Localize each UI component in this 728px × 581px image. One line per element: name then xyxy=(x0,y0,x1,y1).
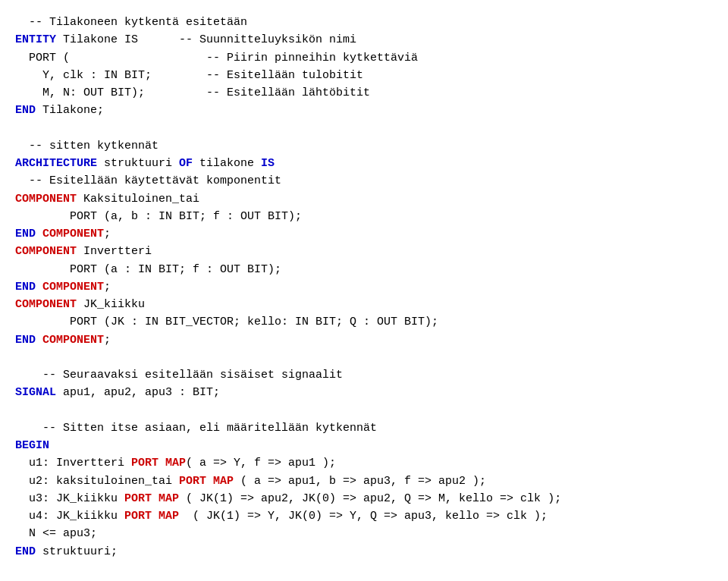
code-token: PORT MAP xyxy=(131,457,186,470)
code-token: OF xyxy=(179,157,193,170)
code-line xyxy=(15,120,713,137)
code-token: struktuuri; xyxy=(36,545,118,558)
code-token: COMPONENT xyxy=(15,193,77,206)
code-token: u1: Invertteri xyxy=(15,457,131,470)
code-token: tilakone xyxy=(193,157,261,170)
code-token: Tilakone; xyxy=(36,104,104,117)
code-token: -- Esitellään tulobitit xyxy=(152,69,363,82)
code-token: -- sitten kytkennät xyxy=(15,140,158,152)
code-line: u2: kaksituloinen_tai PORT MAP ( a => ap… xyxy=(15,473,713,490)
code-line: -- Sitten itse asiaan, eli määritellään … xyxy=(15,419,713,437)
code-container: -- Tilakoneen kytkentä esitetäänENTITY T… xyxy=(15,14,713,561)
code-line xyxy=(15,402,713,419)
code-token: -- Piirin pinneihin kytkettäviä xyxy=(70,52,418,64)
code-line: END struktuuri; xyxy=(15,543,713,561)
code-token: ; xyxy=(104,334,111,347)
code-token: END xyxy=(15,281,36,294)
code-token: END xyxy=(15,545,36,558)
code-token: PORT (a, b : IN BIT; f : OUT BIT); xyxy=(15,210,302,223)
code-token: PORT MAP xyxy=(179,475,234,488)
code-line: -- Esitellään käytettävät komponentit xyxy=(15,172,713,190)
code-line: COMPONENT JK_kiikku xyxy=(15,296,713,313)
code-line: END COMPONENT; xyxy=(15,225,713,243)
code-token: M, N: OUT BIT); xyxy=(15,86,145,99)
code-line: ENTITY Tilakone IS -- Suunnitteluyksikön… xyxy=(15,31,713,49)
code-token: -- Tilakoneen kytkentä esitetään xyxy=(15,16,247,29)
code-token: PORT (a : IN BIT; f : OUT BIT); xyxy=(15,263,281,276)
code-token: Tilakone IS xyxy=(56,33,138,46)
code-token: IS xyxy=(261,157,275,170)
code-token: ( JK(1) => apu2, JK(0) => apu2, Q => M, … xyxy=(179,492,561,505)
code-token: END xyxy=(15,334,36,347)
code-token: COMPONENT xyxy=(42,334,104,347)
code-line: PORT (a, b : IN BIT; f : OUT BIT); xyxy=(15,208,713,225)
code-token xyxy=(36,281,42,294)
code-token: u2: kaksituloinen_tai xyxy=(15,475,179,488)
code-token: PORT ( xyxy=(15,52,70,64)
code-token: PORT MAP xyxy=(124,510,179,523)
code-token: SIGNAL xyxy=(15,386,56,399)
code-token: COMPONENT xyxy=(42,228,104,240)
code-line: -- Tilakoneen kytkentä esitetään xyxy=(15,14,713,31)
code-line: ARCHITECTURE struktuuri OF tilakone IS xyxy=(15,155,713,172)
code-token: u3: JK_kiikku xyxy=(15,492,124,505)
code-token xyxy=(36,334,42,347)
code-token: Invertteri xyxy=(77,245,152,258)
code-token: COMPONENT xyxy=(42,281,104,294)
code-token: END xyxy=(15,228,36,240)
code-line xyxy=(15,349,713,366)
code-token: apu1, apu2, apu3 : BIT; xyxy=(56,386,220,399)
code-token: u4: JK_kiikku xyxy=(15,510,124,523)
code-token: ; xyxy=(104,281,111,294)
code-token: N <= apu3; xyxy=(15,527,97,540)
code-token: JK_kiikku xyxy=(77,298,145,311)
code-token: Kaksituloinen_tai xyxy=(77,193,199,206)
code-line: PORT (JK : IN BIT_VECTOR; kello: IN BIT;… xyxy=(15,313,713,331)
code-token: ENTITY xyxy=(15,33,56,46)
code-line: u1: Invertteri PORT MAP( a => Y, f => ap… xyxy=(15,454,713,472)
code-token: PORT (JK : IN BIT_VECTOR; kello: IN BIT;… xyxy=(15,316,438,328)
code-line: -- sitten kytkennät xyxy=(15,137,713,155)
code-line: M, N: OUT BIT); -- Esitellään lähtöbitit xyxy=(15,84,713,102)
code-token: END xyxy=(15,104,36,117)
code-token: struktuuri xyxy=(97,157,179,170)
code-token xyxy=(36,228,42,240)
code-line: N <= apu3; xyxy=(15,525,713,542)
code-token: ( a => apu1, b => apu3, f => apu2 ); xyxy=(234,475,486,488)
code-line: u4: JK_kiikku PORT MAP ( JK(1) => Y, JK(… xyxy=(15,507,713,525)
code-token: ( a => Y, f => apu1 ); xyxy=(186,457,336,470)
code-line: PORT (a : IN BIT; f : OUT BIT); xyxy=(15,261,713,278)
code-line: COMPONENT Kaksituloinen_tai xyxy=(15,190,713,208)
code-token: ( JK(1) => Y, JK(0) => Y, Q => apu3, kel… xyxy=(179,510,548,523)
code-token: -- Sitten itse asiaan, eli määritellään … xyxy=(15,422,377,435)
code-line: END COMPONENT; xyxy=(15,331,713,349)
code-line: SIGNAL apu1, apu2, apu3 : BIT; xyxy=(15,384,713,401)
code-token: COMPONENT xyxy=(15,245,77,258)
code-line: PORT ( -- Piirin pinneihin kytkettäviä xyxy=(15,49,713,67)
code-token: ; xyxy=(104,228,111,240)
code-line: END Tilakone; xyxy=(15,102,713,119)
code-token: Y, clk : IN BIT; xyxy=(15,69,152,82)
code-token: PORT MAP xyxy=(124,492,179,505)
code-token: COMPONENT xyxy=(15,298,77,311)
code-line: u3: JK_kiikku PORT MAP ( JK(1) => apu2, … xyxy=(15,490,713,507)
code-line: BEGIN xyxy=(15,437,713,454)
code-line: END COMPONENT; xyxy=(15,278,713,296)
code-token: -- Esitellään lähtöbitit xyxy=(145,86,370,99)
code-token: -- Suunnitteluyksikön nimi xyxy=(138,33,356,46)
code-token: ARCHITECTURE xyxy=(15,157,97,170)
code-line: Y, clk : IN BIT; -- Esitellään tulobitit xyxy=(15,67,713,84)
code-token: BEGIN xyxy=(15,439,49,452)
code-token: -- Esitellään käytettävät komponentit xyxy=(15,174,281,187)
code-line: -- Seuraavaksi esitellään sisäiset signa… xyxy=(15,366,713,384)
code-token: -- Seuraavaksi esitellään sisäiset signa… xyxy=(15,369,343,382)
code-line: COMPONENT Invertteri xyxy=(15,243,713,260)
